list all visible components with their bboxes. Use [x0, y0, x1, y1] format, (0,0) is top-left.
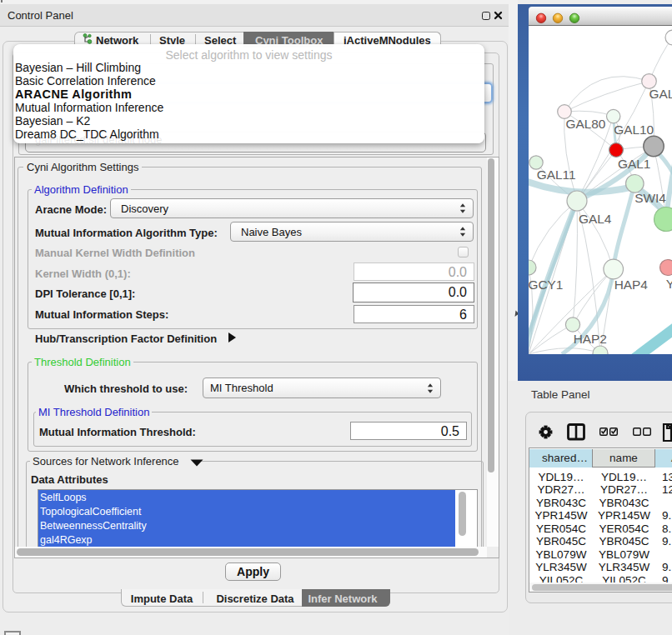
svg-text:GAL1: GAL1: [618, 157, 650, 171]
svg-text:SWI4: SWI4: [634, 191, 666, 205]
svg-text:Y: Y: [666, 277, 672, 291]
svg-text:GAL: GAL: [649, 87, 672, 101]
svg-text:GAL11: GAL11: [537, 168, 576, 182]
svg-text:HAP2: HAP2: [574, 332, 607, 346]
svg-text:GAL10: GAL10: [614, 122, 654, 137]
svg-text:GAL80: GAL80: [566, 117, 606, 131]
svg-text:GAL4: GAL4: [579, 212, 612, 226]
svg-text:HAP4: HAP4: [614, 278, 649, 292]
svg-text:GCY1: GCY1: [529, 278, 563, 292]
